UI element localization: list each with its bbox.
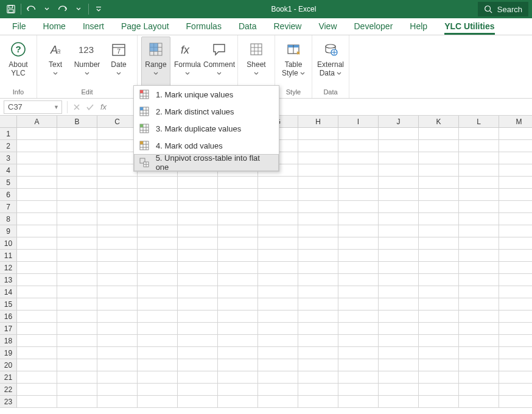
row-header[interactable]: 16 bbox=[0, 310, 17, 323]
cell[interactable] bbox=[338, 152, 379, 164]
cell[interactable] bbox=[218, 335, 258, 347]
tab-file[interactable]: File bbox=[4, 19, 35, 35]
cell[interactable] bbox=[258, 274, 298, 286]
cell[interactable] bbox=[338, 371, 379, 384]
cell[interactable] bbox=[97, 359, 138, 371]
cell[interactable] bbox=[459, 347, 499, 359]
cell[interactable] bbox=[97, 189, 138, 201]
cell[interactable] bbox=[17, 298, 57, 310]
cell[interactable] bbox=[97, 323, 138, 335]
cell[interactable] bbox=[258, 347, 298, 359]
cell[interactable] bbox=[298, 213, 338, 225]
cell[interactable] bbox=[178, 323, 218, 335]
cell[interactable] bbox=[57, 371, 97, 384]
cell[interactable] bbox=[97, 213, 138, 225]
qat-customize[interactable] bbox=[91, 2, 106, 16]
cell[interactable] bbox=[298, 189, 338, 201]
cell[interactable] bbox=[338, 201, 379, 213]
cell[interactable] bbox=[459, 152, 499, 164]
cell[interactable] bbox=[97, 384, 138, 396]
cell[interactable] bbox=[499, 237, 532, 250]
cell[interactable] bbox=[379, 237, 419, 250]
cell[interactable] bbox=[338, 237, 379, 250]
cell[interactable] bbox=[258, 237, 298, 250]
cell[interactable] bbox=[298, 237, 338, 250]
cell[interactable] bbox=[459, 250, 499, 262]
cell[interactable] bbox=[419, 262, 459, 274]
cell[interactable] bbox=[57, 152, 97, 164]
cell[interactable] bbox=[298, 323, 338, 335]
cell[interactable] bbox=[17, 396, 57, 408]
cell[interactable] bbox=[138, 250, 178, 262]
cell[interactable] bbox=[419, 298, 459, 310]
cell[interactable] bbox=[258, 310, 298, 323]
cell[interactable] bbox=[138, 237, 178, 250]
cell[interactable] bbox=[379, 274, 419, 286]
row-header[interactable]: 23 bbox=[0, 396, 17, 408]
cell[interactable] bbox=[57, 128, 97, 140]
cell[interactable] bbox=[17, 274, 57, 286]
cell[interactable] bbox=[379, 384, 419, 396]
cell[interactable] bbox=[17, 140, 57, 152]
column-header[interactable]: J bbox=[379, 116, 419, 128]
row-header[interactable]: 4 bbox=[0, 164, 17, 177]
cell[interactable] bbox=[178, 347, 218, 359]
cell[interactable] bbox=[57, 323, 97, 335]
cell[interactable] bbox=[97, 274, 138, 286]
name-box[interactable]: C37 ▼ bbox=[4, 100, 62, 114]
tab-home[interactable]: Home bbox=[35, 19, 74, 35]
cell[interactable] bbox=[499, 335, 532, 347]
cell[interactable] bbox=[258, 262, 298, 274]
cell[interactable] bbox=[97, 152, 138, 164]
cell[interactable] bbox=[338, 128, 379, 140]
sheet-button[interactable]: Sheet bbox=[242, 37, 271, 88]
cell[interactable] bbox=[379, 347, 419, 359]
cell[interactable] bbox=[138, 286, 178, 298]
menu-item-2[interactable]: 2. Mark distinct values bbox=[134, 103, 279, 120]
cell[interactable] bbox=[419, 310, 459, 323]
cell[interactable] bbox=[97, 225, 138, 237]
cell[interactable] bbox=[17, 213, 57, 225]
cell[interactable] bbox=[258, 177, 298, 189]
cell[interactable] bbox=[338, 140, 379, 152]
column-header[interactable]: M bbox=[499, 116, 532, 128]
cell[interactable] bbox=[218, 225, 258, 237]
cell[interactable] bbox=[138, 274, 178, 286]
cell[interactable] bbox=[499, 140, 532, 152]
cell[interactable] bbox=[138, 371, 178, 384]
cell[interactable] bbox=[138, 177, 178, 189]
cell[interactable] bbox=[138, 298, 178, 310]
cell[interactable] bbox=[218, 298, 258, 310]
cell[interactable] bbox=[338, 310, 379, 323]
cell[interactable] bbox=[57, 396, 97, 408]
cell[interactable] bbox=[459, 274, 499, 286]
cell[interactable] bbox=[97, 164, 138, 177]
cell[interactable] bbox=[499, 213, 532, 225]
cell[interactable] bbox=[17, 189, 57, 201]
cell[interactable] bbox=[17, 335, 57, 347]
cell[interactable] bbox=[298, 225, 338, 237]
cell[interactable] bbox=[178, 286, 218, 298]
cell[interactable] bbox=[218, 396, 258, 408]
cell[interactable] bbox=[459, 298, 499, 310]
cell[interactable] bbox=[379, 335, 419, 347]
cell[interactable] bbox=[17, 128, 57, 140]
cell[interactable] bbox=[379, 152, 419, 164]
cell[interactable] bbox=[218, 250, 258, 262]
cell[interactable] bbox=[57, 335, 97, 347]
tab-data[interactable]: Data bbox=[230, 19, 265, 35]
cell[interactable] bbox=[258, 298, 298, 310]
cell[interactable] bbox=[97, 140, 138, 152]
cell[interactable] bbox=[258, 201, 298, 213]
row-header[interactable]: 14 bbox=[0, 286, 17, 298]
tab-help[interactable]: Help bbox=[401, 19, 436, 35]
number-button[interactable]: 123Number bbox=[72, 37, 102, 88]
row-header[interactable]: 11 bbox=[0, 250, 17, 262]
cell[interactable] bbox=[499, 298, 532, 310]
cell[interactable] bbox=[57, 384, 97, 396]
cell[interactable] bbox=[17, 371, 57, 384]
cell[interactable] bbox=[499, 201, 532, 213]
cell[interactable] bbox=[338, 225, 379, 237]
tab-insert[interactable]: Insert bbox=[74, 19, 113, 35]
row-header[interactable]: 10 bbox=[0, 237, 17, 250]
